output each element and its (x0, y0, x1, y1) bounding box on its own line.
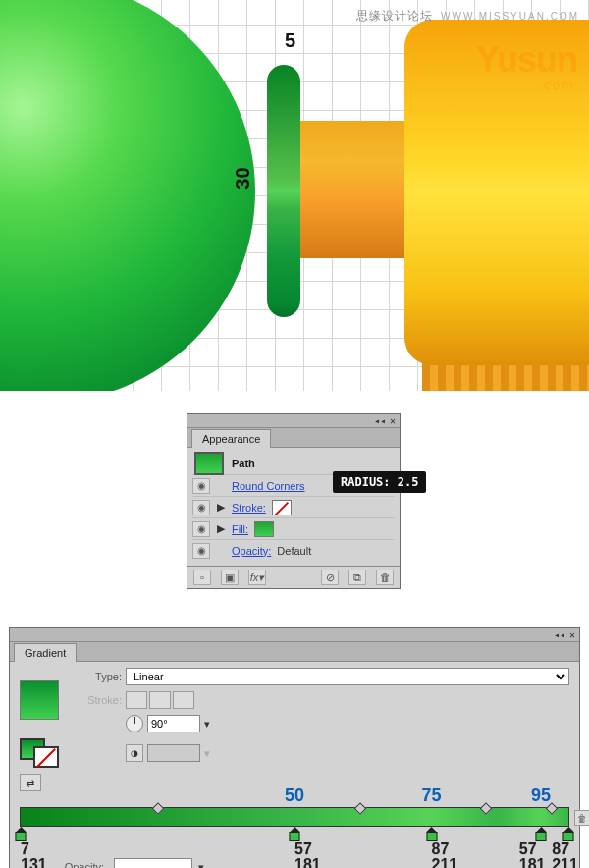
panel-controls: ◂◂ ✕ (10, 628, 579, 642)
watermark-logo: Yusun (476, 39, 577, 81)
add-stroke-button[interactable]: ▫ (193, 570, 211, 585)
type-label: Type: (77, 671, 126, 682)
stroke-swatch-none[interactable] (272, 500, 292, 515)
stop-opacity-input[interactable] (114, 858, 192, 868)
yellow-teeth (422, 363, 589, 391)
stop-rgb-label: 87 211 104 (552, 841, 578, 868)
panel-tabbar: Gradient (10, 642, 579, 662)
watermark-cn: 思缘设计论坛 (356, 9, 433, 23)
trash-button[interactable]: 🗑 (376, 570, 394, 585)
visibility-toggle[interactable]: ◉ (192, 478, 210, 494)
stroke-label: Stroke: (77, 694, 126, 706)
opacity-link[interactable]: Opacity: (232, 545, 271, 557)
gradient-panel: ◂◂ ✕ Gradient Type: Linear Stroke: ▾ ◑ (9, 627, 580, 868)
visibility-toggle[interactable]: ◉ (192, 543, 210, 559)
stop-rgb-label: 87 211 104 (432, 841, 458, 868)
aspect-input (147, 744, 200, 762)
stop-rgb-label: 57 181 74 (519, 841, 546, 868)
reverse-gradient-button[interactable]: ⇄ (20, 774, 41, 791)
stroke-align-buttons (126, 691, 569, 709)
panel-tabbar: Appearance (187, 428, 400, 448)
fill-stroke-proxy[interactable] (20, 738, 59, 768)
add-effect-button[interactable]: fx▾ (248, 570, 266, 585)
gradient-stop[interactable] (426, 827, 437, 840)
stop-location-label: 95 (531, 787, 551, 804)
expand-icon[interactable]: ▶ (216, 501, 226, 514)
panel-footer: ▫ ▣ fx▾ ⊘ ⧉ 🗑 (187, 566, 400, 588)
delete-stop-button[interactable]: 🗑 (574, 810, 589, 826)
proxy-stroke-icon (33, 746, 59, 768)
fill-link[interactable]: Fill: (232, 523, 248, 535)
clear-appearance-button[interactable]: ⊘ (321, 570, 339, 585)
artboard: 5 30 思缘设计论坛 WWW.MISSYUAN.COM Yusun .com (0, 0, 589, 391)
tab-gradient[interactable]: Gradient (14, 643, 77, 662)
visibility-toggle[interactable]: ◉ (192, 500, 210, 515)
close-icon[interactable]: ✕ (390, 415, 396, 426)
duplicate-button[interactable]: ⧉ (348, 570, 366, 585)
close-icon[interactable]: ✕ (569, 629, 575, 640)
opacity-value: Default (277, 545, 311, 557)
stroke-align-3[interactable] (173, 691, 194, 709)
collapse-icon[interactable]: ◂◂ (374, 415, 386, 426)
midpoint-handle[interactable] (480, 802, 493, 815)
watermark-site: WWW.MISSYUAN.COM (441, 11, 579, 22)
aspect-dropdown-icon: ▾ (204, 747, 210, 760)
stop-location-label: 50 (285, 787, 304, 804)
stroke-align-2[interactable] (149, 691, 171, 709)
angle-dial[interactable] (126, 715, 143, 732)
orange-cylinder (294, 121, 422, 258)
angle-dropdown-icon[interactable]: ▾ (204, 718, 210, 731)
angle-input[interactable] (147, 715, 200, 732)
gradient-stop[interactable] (536, 827, 547, 840)
gradient-stop[interactable] (290, 827, 300, 840)
dropdown-icon[interactable]: ▾ (198, 861, 204, 869)
stop-location-label: 75 (421, 787, 441, 804)
midpoint-handle[interactable] (354, 802, 367, 815)
gradient-slider[interactable]: 🗑 50 75 95 7 131 24 57 181 74 87 211 104… (20, 807, 569, 827)
collapse-icon[interactable]: ◂◂ (554, 629, 565, 640)
stroke-link[interactable]: Stroke: (232, 502, 266, 514)
expand-icon[interactable]: ▶ (216, 522, 226, 535)
stop-rgb-label: 7 131 24 (21, 841, 47, 868)
watermark-logo-sub: .com (538, 79, 575, 92)
visibility-toggle[interactable]: ◉ (192, 521, 210, 537)
panel-body: Type: Linear Stroke: ▾ ◑ ▾ ⇄ 🗑 (10, 662, 579, 868)
stop-rgb-label: 57 181 74 (294, 841, 321, 868)
tab-appearance[interactable]: Appearance (191, 429, 271, 448)
type-select[interactable]: Linear (126, 668, 569, 685)
gradient-stop[interactable] (563, 827, 574, 840)
effect-round-corners[interactable]: Round Corners (232, 480, 305, 492)
dimension-width: 5 (285, 29, 295, 52)
green-spacer (267, 65, 300, 317)
gradient-stop[interactable] (16, 827, 27, 840)
object-type-label: Path (232, 458, 255, 469)
midpoint-handle[interactable] (151, 802, 164, 815)
radius-tooltip: RADIUS: 2.5 (333, 471, 426, 493)
panel-controls: ◂◂ ✕ (187, 414, 400, 428)
gradient-preview[interactable] (20, 680, 59, 720)
appearance-panel: ◂◂ ✕ Appearance Path ◉ Round Corners ◉ ▶… (187, 413, 401, 589)
add-fill-button[interactable]: ▣ (221, 570, 239, 585)
panel-body: Path ◉ Round Corners ◉ ▶ Stroke: ◉ ▶ Fil… (187, 448, 400, 566)
selection-swatch[interactable] (194, 452, 224, 475)
aspect-icon: ◑ (126, 744, 143, 762)
fill-swatch[interactable] (254, 521, 274, 537)
stroke-align-1[interactable] (126, 691, 147, 709)
watermark-text: 思缘设计论坛 WWW.MISSYUAN.COM (356, 8, 579, 25)
dimension-height: 30 (232, 167, 254, 189)
